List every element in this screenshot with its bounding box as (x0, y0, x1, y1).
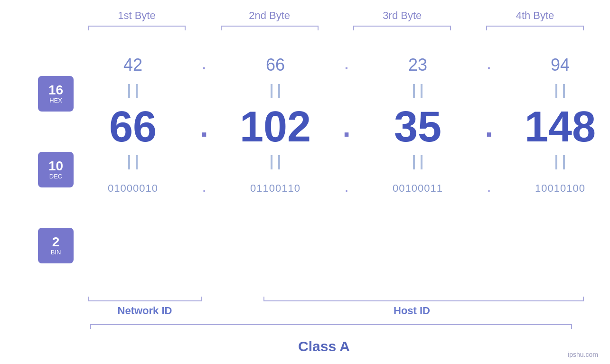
dec-b3: 35 (394, 103, 441, 150)
byte1-header: 1st Byte (81, 9, 193, 22)
hex-badge-number: 16 (48, 84, 63, 97)
bracket-byte2 (214, 26, 326, 34)
byte3-header: 3rd Byte (346, 9, 458, 22)
top-brackets (19, 26, 591, 34)
dot-dec-3: . (477, 111, 501, 143)
host-bracket (256, 293, 591, 301)
dot-hex-2: . (335, 57, 358, 73)
watermark: ipshu.com (568, 351, 598, 358)
bracket-byte4 (479, 26, 591, 34)
hex-badge-label: HEX (49, 97, 62, 104)
hex-badge: 16 HEX (38, 76, 74, 112)
hex-b1: 42 (123, 55, 142, 75)
hex-b4: 94 (551, 55, 570, 75)
dot-dec-1: . (192, 111, 216, 143)
dec-row: 66 . 102 . 35 . 148 (74, 98, 610, 155)
full-bracket (19, 324, 591, 336)
dot-bin-1: . (192, 182, 216, 195)
dot-hex-1: . (192, 57, 216, 73)
bin-badge-label: BIN (51, 249, 61, 256)
dot-dec-2: . (335, 111, 358, 143)
bin-b4: 10010100 (535, 182, 585, 194)
dot-hex-3: . (477, 57, 501, 73)
nh-brackets (19, 293, 591, 302)
class-a-label: Class A (19, 338, 591, 355)
bin-badge-number: 2 (52, 235, 60, 249)
hex-b2: 66 (266, 55, 285, 75)
hex-row: 42 . 66 . 23 . 94 (74, 46, 610, 84)
badges-column: 16 HEX 10 DEC 2 BIN (38, 46, 74, 293)
byte2-header: 2nd Byte (214, 9, 326, 22)
dec-b1: 66 (109, 103, 157, 150)
dec-b2: 102 (240, 103, 311, 150)
dot-bin-2: . (335, 182, 358, 195)
network-id-label: Network ID (81, 305, 209, 317)
bin-b1: 01000010 (108, 182, 158, 194)
dec-b4: 148 (525, 103, 596, 150)
bin-b2: 01100110 (250, 182, 300, 194)
dec-badge-label: DEC (49, 173, 62, 180)
values-grid: 42 . 66 . 23 . 94 66 . (74, 46, 610, 293)
main-container: 1st Byte 2nd Byte 3rd Byte 4th Byte 16 (0, 0, 610, 364)
bracket-byte3 (346, 26, 458, 34)
network-bracket (81, 293, 209, 301)
dec-badge-number: 10 (48, 159, 63, 173)
byte-headers-row: 1st Byte 2nd Byte 3rd Byte 4th Byte (19, 9, 591, 22)
network-host-labels: Network ID Host ID (19, 305, 591, 317)
bracket-byte1 (81, 26, 193, 34)
bin-b3: 00100011 (393, 182, 443, 194)
parallel-lines-1 (74, 84, 610, 98)
bin-row: 01000010 . 01100110 . 00100011 . 1001010… (74, 169, 610, 207)
parallel-lines-2 (74, 155, 610, 169)
dec-badge: 10 DEC (38, 152, 74, 187)
dot-bin-3: . (477, 182, 501, 195)
bin-badge: 2 BIN (38, 228, 74, 263)
host-id-label: Host ID (233, 305, 591, 317)
byte4-header: 4th Byte (479, 9, 591, 22)
content-area: 16 HEX 10 DEC 2 BIN 42 . 66 . 23 . 94 (19, 46, 591, 293)
hex-b3: 23 (408, 55, 427, 75)
